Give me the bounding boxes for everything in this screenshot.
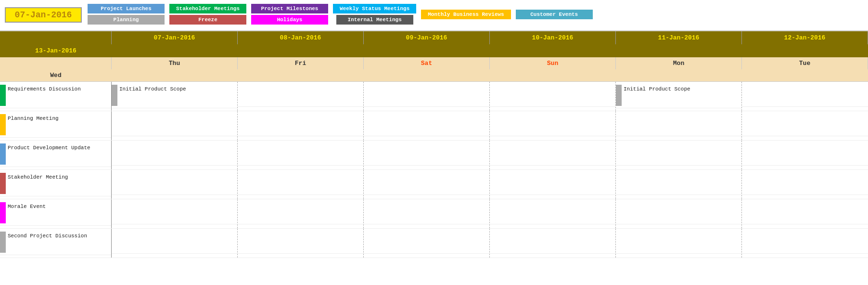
event-cell-day3-3 [490,170,616,199]
event-cell-day0-3 [112,170,238,199]
date-header-cell-07-Jan-2016: 07-Jan-2016 [112,31,238,44]
event-cell-day2-4 [364,199,490,228]
top-section: Project LaunchesPlanningStakeholder Meet… [0,0,868,27]
event-cell-thu-5: Second Project Discussion [0,229,112,258]
legend-group-project-launches: Project LaunchesPlanning [88,4,165,25]
event-cell-day3-2 [490,141,616,169]
legend-badge-bottom-milestones: Holidays [251,15,328,25]
legend-badge-top-stakeholder: Stakeholder Meetings [169,4,246,13]
event-cell-day2-0 [364,82,490,111]
event-cell-day1-2 [238,141,364,169]
event-cell-day5-4 [742,199,868,228]
legend-group-monthly-reviews: Monthly Business Reviews [421,10,511,19]
event-cell-day1-3 [238,170,364,199]
event-cell-day0-1 [112,111,238,140]
event-cell-day5-5 [742,229,868,258]
legend-group-weekly-status: Weekly Status MeetingsInternal Meetings [333,4,416,25]
day-header-cell-Sat: Sat [364,57,490,69]
event-cell-thu-2: Product Development Update [0,141,112,169]
legend-badge-bottom-weekly-status: Internal Meetings [336,15,413,25]
date-header-cell-13-Jan-2016: 13-Jan-2016 [0,44,112,57]
day-header-cell-Sun: Sun [490,57,616,69]
legend-group-stakeholder: Stakeholder MeetingsFreeze [169,4,246,25]
event-cell-day3-0 [490,82,616,111]
event-row-4: Morale Event [0,199,868,229]
legend-badge-bottom-project-launches: Planning [88,15,165,25]
event-cell-day3-5 [490,229,616,258]
event-cell-day2-2 [364,141,490,169]
event-cell-day2-3 [364,170,490,199]
event-cell-day1-1 [238,111,364,140]
date-header-cell-08-Jan-2016: 08-Jan-2016 [238,31,364,44]
event-cell-day5-0 [742,82,868,111]
event-cell-day1-0 [238,82,364,111]
event-cell-day4-4 [616,199,742,228]
event-cell-thu-0: Requirements Discussion [0,82,112,111]
legend-group-customer-events: Customer Events [516,10,593,19]
legend-badge-top-project-launches: Project Launches [88,4,165,13]
event-cell-day2-1 [364,111,490,140]
event-cell-day0-0: Initial Product Scope [112,82,238,111]
event-cell-day4-0: Initial Product Scope [616,82,742,111]
event-cell-day1-5 [238,229,364,258]
event-row-0: Requirements DiscussionInitial Product S… [0,82,868,111]
event-row-3: Stakeholder Meeting [0,170,868,199]
legend-area: Project LaunchesPlanningStakeholder Meet… [88,4,863,25]
event-cell-day5-2 [742,141,868,169]
legend-badge-top-customer-events: Customer Events [516,10,593,19]
event-rows-container: Requirements DiscussionInitial Product S… [0,82,868,258]
event-cell-day4-2 [616,141,742,169]
event-cell-thu-4: Morale Event [0,199,112,228]
day-header-cell-Mon: Mon [616,57,742,69]
event-cell-day3-4 [490,199,616,228]
legend-badge-top-milestones: Project Milestones [251,4,328,13]
date-header-cell-09-Jan-2016: 09-Jan-2016 [364,31,490,44]
event-cell-day0-4 [112,199,238,228]
event-cell-day2-5 [364,229,490,258]
date-header-empty [0,31,112,44]
day-header-cell-Thu: Thu [112,57,238,69]
legend-badge-top-weekly-status: Weekly Status Meetings [333,4,416,13]
day-header-cell-Wed: Wed [0,69,112,81]
event-cell-day4-3 [616,170,742,199]
day-header-cell-Tue: Tue [742,57,868,69]
event-row-1: Planning Meeting [0,111,868,141]
event-cell-day4-1 [616,111,742,140]
day-header-empty [0,57,112,69]
event-cell-day0-2 [112,141,238,169]
legend-group-milestones: Project MilestonesHolidays [251,4,328,25]
event-cell-day1-4 [238,199,364,228]
event-cell-thu-3: Stakeholder Meeting [0,170,112,199]
legend-badge-bottom-stakeholder: Freeze [169,15,246,25]
event-cell-day5-1 [742,111,868,140]
day-header-row: ThuFriSatSunMonTueWed [0,57,868,82]
event-cell-day0-5 [112,229,238,258]
date-header-cell-10-Jan-2016: 10-Jan-2016 [490,31,616,44]
legend-badge-top-monthly-reviews: Monthly Business Reviews [421,10,511,19]
week-start-date-input[interactable] [5,7,82,23]
event-row-2: Product Development Update [0,141,868,170]
title-block [5,6,82,23]
event-row-5: Second Project Discussion [0,229,868,258]
date-header-cell-11-Jan-2016: 11-Jan-2016 [616,31,742,44]
event-cell-day4-5 [616,229,742,258]
date-header-row: 07-Jan-201608-Jan-201609-Jan-201610-Jan-… [0,31,868,57]
event-cell-thu-1: Planning Meeting [0,111,112,140]
event-cell-day3-1 [490,111,616,140]
date-header-cell-12-Jan-2016: 12-Jan-2016 [742,31,868,44]
calendar-wrapper: 07-Jan-201608-Jan-201609-Jan-201610-Jan-… [0,30,868,258]
event-cell-day5-3 [742,170,868,199]
day-header-cell-Fri: Fri [238,57,364,69]
